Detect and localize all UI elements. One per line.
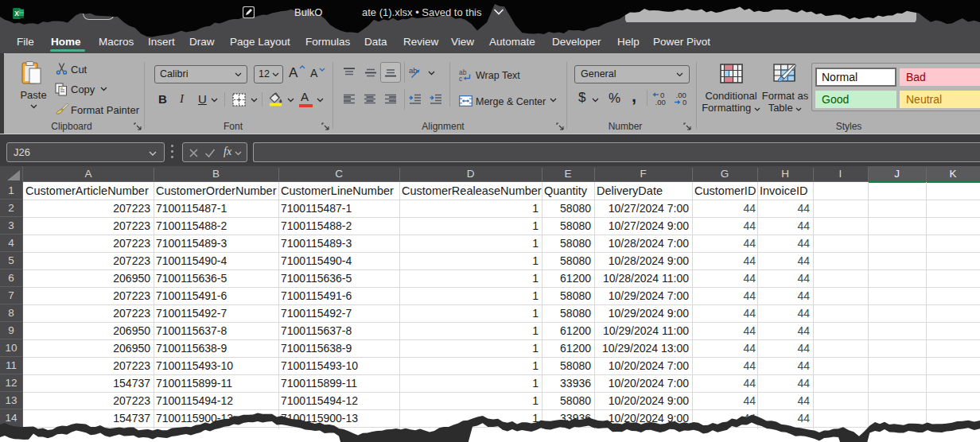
svg-text:X: X: [14, 10, 19, 17]
